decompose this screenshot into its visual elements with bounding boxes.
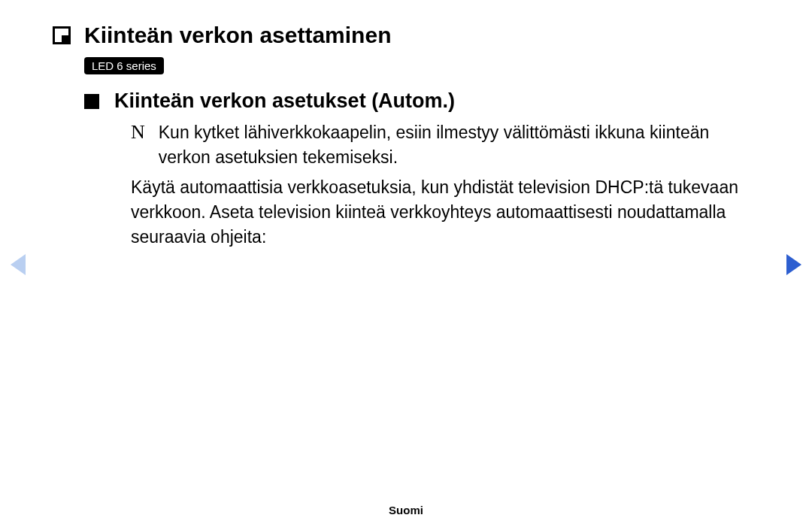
chevron-right-icon xyxy=(786,254,801,275)
next-page-button[interactable] xyxy=(786,254,801,275)
square-bullet-icon xyxy=(84,94,99,109)
note-row: N Kun kytket lähiverkkokaapelin, esiin i… xyxy=(131,120,759,171)
heading-2: Kiinteän verkon asetukset (Autom.) xyxy=(114,89,455,113)
prev-page-button[interactable] xyxy=(11,254,26,275)
heading-2-row: Kiinteän verkon asetukset (Autom.) xyxy=(84,89,759,113)
series-badge: LED 6 series xyxy=(84,57,164,74)
heading-1: Kiinteän verkon asettaminen xyxy=(84,23,391,48)
footer-language: Suomi xyxy=(0,504,812,516)
page-content: Kiinteän verkon asettaminen LED 6 series… xyxy=(0,0,812,250)
section-bullet-icon xyxy=(53,26,71,44)
body-paragraph: Käytä automaattisia verkkoasetuksia, kun… xyxy=(131,175,759,250)
heading-1-row: Kiinteän verkon asettaminen xyxy=(53,23,759,48)
note-text: Kun kytket lähiverkkokaapelin, esiin ilm… xyxy=(159,120,759,171)
chevron-left-icon xyxy=(11,254,26,275)
note-icon: N xyxy=(131,120,145,144)
